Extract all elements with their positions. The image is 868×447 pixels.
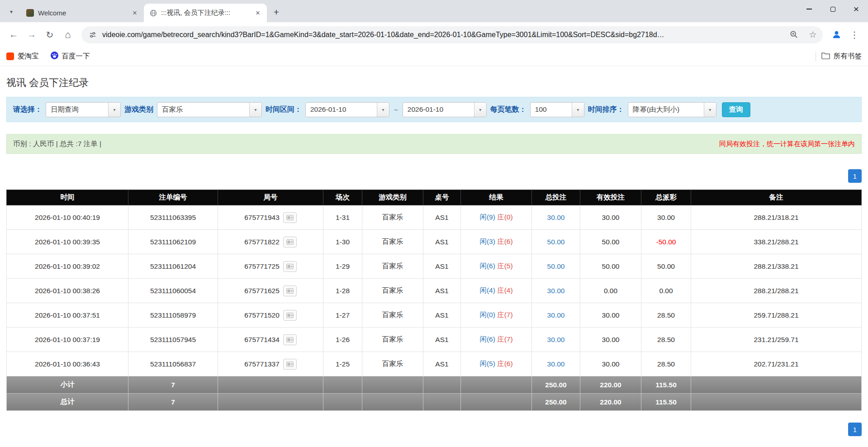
tab-close-icon[interactable]: × [130,9,139,18]
col-header-valid-bet: 有效投注 [580,190,641,205]
bookmark-star-icon[interactable]: ☆ [806,28,820,42]
zoom-icon[interactable] [787,28,801,42]
cell-result: 闲(3) 庄(6) [461,230,532,254]
col-header-bet-id: 注单编号 [128,190,218,205]
cell-total-bet[interactable]: 30.00 [532,352,580,376]
cell-session: 1-26 [323,328,362,352]
video-replay-icon[interactable] [283,334,297,345]
chevron-down-icon[interactable]: ▾ [108,103,120,117]
cell-time: 2026-01-10 00:37:19 [7,328,128,352]
cell-payout: 28.50 [641,328,691,352]
welcome-favicon [26,9,34,17]
cell-total-bet[interactable]: 30.00 [532,303,580,328]
table-row: 2026-01-10 00:39:02 523111061204 6757717… [7,254,862,279]
cell-session: 1-30 [323,230,362,254]
page-1-button[interactable]: 1 [848,169,862,183]
per-page-select[interactable]: 100 ▾ [530,102,584,117]
cell-payout: 28.50 [641,352,691,376]
tab-search-button[interactable]: ▾ [5,5,18,19]
maximize-icon[interactable] [821,0,844,18]
url-text[interactable]: videoie.com/game/betrecord_search/kind3?… [102,31,782,39]
cell-game: 百家乐 [362,352,423,376]
col-header-game: 游戏类别 [362,190,423,205]
sort-label: 时间排序： [588,105,624,114]
col-header-remark: 备注 [691,190,862,205]
cell-valid-bet: 30.00 [580,303,641,328]
date-start-select[interactable]: 2026-01-10 ▾ [305,102,389,117]
chevron-down-icon[interactable]: ▾ [572,103,584,117]
chevron-down-icon[interactable]: ▾ [377,103,389,117]
subtotal-row: 小计 7 250.00 220.00 115.50 [7,376,862,394]
cell-total-bet[interactable]: 30.00 [532,328,580,352]
home-icon[interactable]: ⌂ [59,26,77,44]
cell-total-bet[interactable]: 30.00 [532,279,580,303]
table-row: 2026-01-10 00:39:35 523111062109 6757718… [7,230,862,254]
cell-total-bet[interactable]: 30.00 [532,205,580,230]
browser-toolbar: ← → ↻ ⌂ videoie.com/game/betrecord_searc… [0,22,868,47]
col-header-round: 局号 [218,190,323,205]
cell-remark: 288.21/338.21 [691,254,862,279]
cell-session: 1-25 [323,352,362,376]
search-button[interactable]: 查询 [722,102,750,117]
cell-round: 675771625 [218,279,323,303]
cell-result: 闲(4) 庄(4) [461,279,532,303]
tab-betrecord[interactable]: :::视讯, 会员下注纪录::: × [144,4,267,22]
cell-result: 闲(0) 庄(7) [461,303,532,328]
url-bar[interactable]: videoie.com/game/betrecord_search/kind3?… [81,26,823,43]
back-icon[interactable]: ← [5,26,23,44]
bookmark-item-baidu[interactable]: 百度一下 [51,52,90,61]
game-kind-select[interactable]: 百家乐 ▾ [157,102,262,117]
date-end-select[interactable]: 2026-01-10 ▾ [403,102,487,117]
video-replay-icon[interactable] [283,261,297,272]
round-id: 675771943 [244,214,280,222]
cell-game: 百家乐 [362,230,423,254]
cell-result: 闲(5) 庄(6) [461,352,532,376]
baidu-favicon [51,52,58,61]
query-type-select[interactable]: 日期查询 ▾ [46,102,121,117]
video-replay-icon[interactable] [283,310,297,321]
game-kind-label: 游戏类别 [124,105,153,114]
cell-bet-id: 523111061204 [128,254,218,279]
page-content: 视讯 会员下注纪录 请选择： 日期查询 ▾ 游戏类别 百家乐 ▾ 时间区间： 2… [0,76,868,436]
cell-table: AS1 [423,279,461,303]
round-id: 675771625 [244,287,280,295]
all-bookmarks-button[interactable]: 所有书签 [821,52,862,61]
cell-game: 百家乐 [362,254,423,279]
round-id: 675771822 [244,238,280,246]
reload-icon[interactable]: ↻ [41,26,59,44]
profile-avatar-icon[interactable] [827,26,845,44]
video-replay-icon[interactable] [283,285,297,296]
video-replay-icon[interactable] [283,359,297,370]
cell-total-bet[interactable]: 50.00 [532,254,580,279]
forward-icon[interactable]: → [23,26,41,44]
cell-session: 1-28 [323,279,362,303]
page-title: 视讯 会员下注纪录 [6,76,862,90]
cell-total-bet[interactable]: 50.00 [532,230,580,254]
new-tab-button[interactable]: + [270,5,283,19]
cell-round: 675771434 [218,328,323,352]
minimize-icon[interactable] [797,0,821,18]
bookmark-item-taobao[interactable]: 爱淘宝 [6,52,39,61]
tab-welcome[interactable]: Welcome × [21,4,144,22]
chevron-down-icon[interactable]: ▾ [704,103,716,117]
cell-game: 百家乐 [362,279,423,303]
window-close-icon[interactable]: × [844,0,868,18]
browser-menu-icon[interactable]: ⋮ [845,26,863,44]
chevron-down-icon[interactable]: ▾ [474,103,486,117]
tab-strip: ▾ Welcome × :::视讯, 会员下注纪录::: × + × [0,0,868,22]
site-settings-icon[interactable] [88,28,98,42]
chevron-down-icon[interactable]: ▾ [249,103,261,117]
table-row: 2026-01-10 00:36:43 523111056837 6757713… [7,352,862,376]
subtotal-valid-bet: 220.00 [580,376,641,394]
tab-title: :::视讯, 会员下注纪录::: [161,9,249,17]
bet-records-table: 时间 注单编号 局号 场次 游戏类别 桌号 结果 总投注 有效投注 总派彩 备注… [6,190,862,411]
tab-close-icon[interactable]: × [253,9,262,18]
page-1-button[interactable]: 1 [848,423,862,436]
range-separator: ~ [394,106,398,114]
video-replay-icon[interactable] [283,237,297,247]
browser-window: ▾ Welcome × :::视讯, 会员下注纪录::: × + × ← → ↻… [0,0,868,66]
video-replay-icon[interactable] [283,212,297,223]
cell-valid-bet: 30.00 [580,205,641,230]
sort-select[interactable]: 降幂(由大到小) ▾ [628,102,716,117]
cell-time: 2026-01-10 00:40:19 [7,205,128,230]
